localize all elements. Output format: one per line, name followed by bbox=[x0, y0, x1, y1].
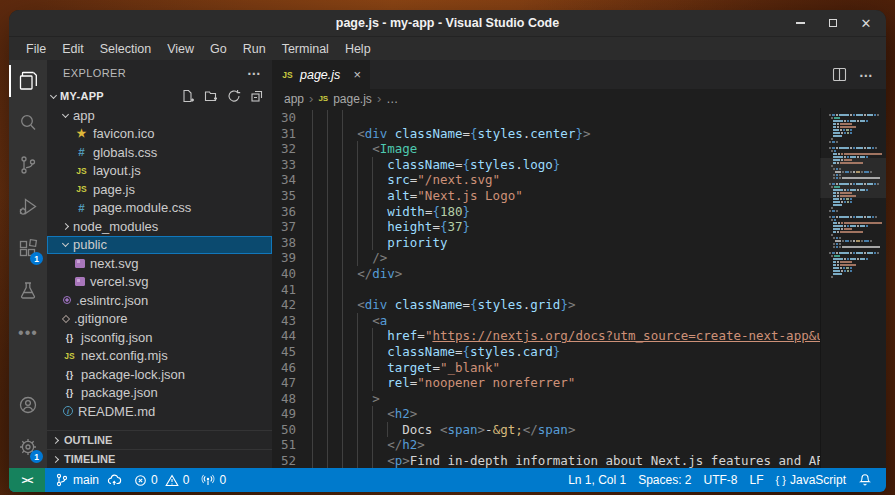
tree-item-app[interactable]: app bbox=[47, 106, 272, 125]
workspace-section[interactable]: MY-APP bbox=[47, 86, 272, 106]
encoding[interactable]: UTF-8 bbox=[698, 473, 744, 487]
tree-item--eslintrc-json[interactable]: .eslintrc.json bbox=[47, 291, 272, 310]
menu-edit[interactable]: Edit bbox=[55, 40, 91, 58]
activity-source-control[interactable] bbox=[9, 144, 47, 186]
workspace-name: MY-APP bbox=[60, 90, 179, 102]
close-button[interactable]: ✕ bbox=[858, 15, 874, 31]
tree-item-node-modules[interactable]: node_modules bbox=[47, 217, 272, 236]
tree-item-package-json[interactable]: {}package.json bbox=[47, 384, 272, 403]
outline-label: OUTLINE bbox=[64, 434, 112, 446]
line-number: 37 bbox=[272, 219, 312, 235]
menu-selection[interactable]: Selection bbox=[93, 40, 158, 58]
activity-search[interactable] bbox=[9, 102, 47, 144]
tree-item-label: node_modules bbox=[73, 219, 158, 234]
line-number: 47 bbox=[272, 375, 312, 391]
tab-page-js[interactable]: JS page.js × bbox=[272, 60, 371, 89]
tree-item-page-js[interactable]: JSpage.js bbox=[47, 180, 272, 199]
error-icon bbox=[134, 474, 147, 487]
tree-item-next-config-mjs[interactable]: JSnext.config.mjs bbox=[47, 347, 272, 366]
notifications[interactable] bbox=[852, 473, 878, 487]
line-number: 41 bbox=[272, 282, 312, 298]
tree-item-label: jsconfig.json bbox=[81, 330, 153, 345]
activity-explorer[interactable] bbox=[9, 60, 47, 102]
split-editor-icon[interactable] bbox=[832, 67, 847, 82]
beaker-icon bbox=[16, 279, 40, 303]
line-number: 33 bbox=[272, 157, 312, 173]
tree-item-public[interactable]: public bbox=[47, 236, 272, 255]
menu-help[interactable]: Help bbox=[338, 40, 378, 58]
problems-item[interactable]: 0 0 bbox=[128, 468, 195, 492]
line-number: 30 bbox=[272, 110, 312, 126]
json-icon: {} bbox=[63, 332, 76, 343]
activity-run-debug[interactable] bbox=[9, 186, 47, 228]
css-icon: # bbox=[75, 146, 88, 158]
sync-cloud-icon bbox=[107, 473, 122, 487]
warning-icon bbox=[165, 474, 179, 487]
collapse-all-icon[interactable] bbox=[250, 89, 264, 103]
image-icon bbox=[75, 277, 85, 286]
vscode-window: page.js - my-app - Visual Studio Code ✕ … bbox=[9, 10, 886, 492]
refresh-icon[interactable] bbox=[227, 89, 241, 103]
chevron-right-icon bbox=[52, 455, 59, 462]
activity-settings[interactable]: 1 bbox=[9, 426, 47, 468]
minimap[interactable] bbox=[820, 108, 886, 468]
line-number: 35 bbox=[272, 188, 312, 204]
new-folder-icon[interactable] bbox=[204, 89, 218, 103]
tree-item-page-module-css[interactable]: #page.module.css bbox=[47, 199, 272, 218]
code-editor[interactable]: 3031<div className={styles.center}>32<Im… bbox=[272, 108, 886, 468]
branch-item[interactable]: main bbox=[45, 468, 128, 492]
tree-item-vercel-svg[interactable]: vercel.svg bbox=[47, 273, 272, 292]
indentation[interactable]: Spaces: 2 bbox=[632, 473, 697, 487]
remote-indicator[interactable]: >< bbox=[9, 468, 45, 492]
outline-section[interactable]: OUTLINE bbox=[47, 430, 272, 449]
tree-item-readme-md[interactable]: iREADME.md bbox=[47, 402, 272, 421]
activity-testing[interactable] bbox=[9, 270, 47, 312]
tree-item-globals-css[interactable]: #globals.css bbox=[47, 143, 272, 162]
tree-item-favicon-ico[interactable]: ★favicon.ico bbox=[47, 125, 272, 144]
chevron-down-icon bbox=[50, 91, 57, 98]
menu-go[interactable]: Go bbox=[203, 40, 234, 58]
js-icon: JS bbox=[63, 351, 76, 361]
activity-extensions[interactable]: 1 bbox=[9, 228, 47, 270]
tab-close-icon[interactable]: × bbox=[353, 67, 361, 82]
menu-file[interactable]: File bbox=[19, 40, 53, 58]
maximize-button[interactable] bbox=[825, 15, 841, 31]
menu-view[interactable]: View bbox=[160, 40, 201, 58]
minimap-content bbox=[823, 111, 878, 279]
line-number: 50 bbox=[272, 422, 312, 438]
activity-more-views[interactable]: ••• bbox=[9, 312, 47, 354]
tree-item-next-svg[interactable]: next.svg bbox=[47, 254, 272, 273]
tree-item-label: vercel.svg bbox=[90, 274, 149, 289]
remote-icon: >< bbox=[22, 474, 33, 486]
line-number: 44 bbox=[272, 328, 312, 344]
tree-item-package-lock-json[interactable]: {}package-lock.json bbox=[47, 365, 272, 384]
line-number: 31 bbox=[272, 126, 312, 142]
breadcrumb-more[interactable]: … bbox=[386, 92, 398, 106]
warning-count: 0 bbox=[183, 473, 190, 487]
new-file-icon[interactable] bbox=[181, 89, 195, 103]
tree-item-layout-js[interactable]: JSlayout.js bbox=[47, 162, 272, 181]
tree-item-label: globals.css bbox=[93, 145, 157, 160]
ports-item[interactable]: 0 bbox=[195, 468, 232, 492]
cursor-position[interactable]: Ln 1, Col 1 bbox=[562, 473, 632, 487]
eol-sequence[interactable]: LF bbox=[744, 473, 770, 487]
run-debug-icon bbox=[16, 195, 40, 219]
image-icon bbox=[75, 259, 85, 268]
breadcrumb-folder[interactable]: app bbox=[284, 92, 304, 106]
braces-icon: { } bbox=[776, 474, 786, 486]
explorer-more-actions[interactable]: ⋯ bbox=[247, 65, 262, 81]
timeline-section[interactable]: TIMELINE bbox=[47, 449, 272, 468]
language-mode[interactable]: { } JavaScript bbox=[770, 473, 852, 487]
menu-terminal[interactable]: Terminal bbox=[275, 40, 336, 58]
activity-accounts[interactable] bbox=[9, 384, 47, 426]
editor-more-actions[interactable]: ⋯ bbox=[859, 67, 874, 83]
menu-run[interactable]: Run bbox=[236, 40, 273, 58]
minimize-button[interactable] bbox=[792, 15, 808, 31]
sidebar-title: EXPLORER bbox=[63, 67, 247, 79]
git-icon bbox=[62, 315, 70, 323]
tree-item-jsconfig-json[interactable]: {}jsconfig.json bbox=[47, 328, 272, 347]
breadcrumb-file[interactable]: page.js bbox=[333, 92, 372, 106]
tree-item--gitignore[interactable]: .gitignore bbox=[47, 310, 272, 329]
timeline-label: TIMELINE bbox=[64, 453, 115, 465]
files-icon bbox=[16, 69, 40, 93]
